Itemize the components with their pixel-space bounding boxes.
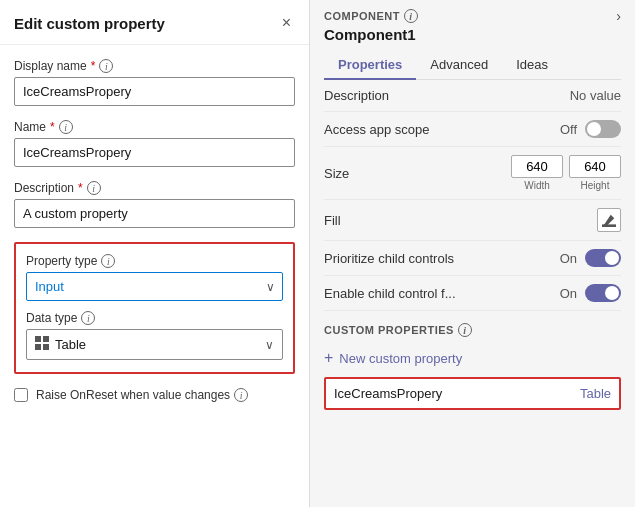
tab-ideas[interactable]: Ideas xyxy=(502,51,562,80)
prop-row-size: Size 640 Width 640 Height xyxy=(324,147,621,200)
name-info-icon[interactable]: i xyxy=(59,120,73,134)
prop-row-description: Description No value xyxy=(324,80,621,112)
property-type-group: Property type i Input ∨ xyxy=(26,254,283,301)
size-height-input[interactable]: 640 xyxy=(569,155,621,178)
fill-value-button[interactable] xyxy=(597,208,621,232)
svg-rect-3 xyxy=(43,344,49,350)
custom-prop-name: IceCreamsPropery xyxy=(334,386,442,401)
property-type-section: Property type i Input ∨ Data type i xyxy=(14,242,295,374)
prop-row-enable-child: Enable child control f... On xyxy=(324,276,621,311)
description-label: Description * i xyxy=(14,181,295,195)
display-name-input[interactable] xyxy=(14,77,295,106)
display-name-info-icon[interactable]: i xyxy=(99,59,113,73)
size-height-group: 640 Height xyxy=(569,155,621,191)
custom-prop-item-icecreams[interactable]: IceCreamsPropery Table xyxy=(324,377,621,410)
svg-rect-1 xyxy=(43,336,49,342)
svg-rect-4 xyxy=(602,224,616,227)
description-info-icon[interactable]: i xyxy=(87,181,101,195)
prop-row-fill: Fill xyxy=(324,200,621,241)
component-label: COMPONENT i xyxy=(324,9,418,23)
data-type-label: Data type i xyxy=(26,311,283,325)
prioritize-toggle-knob xyxy=(605,251,619,265)
access-scope-toggle[interactable] xyxy=(585,120,621,138)
prioritize-toggle[interactable] xyxy=(585,249,621,267)
property-type-label: Property type i xyxy=(26,254,283,268)
prop-prioritize-right: On xyxy=(560,249,621,267)
left-header: Edit custom property × xyxy=(0,0,309,45)
custom-prop-type: Table xyxy=(580,386,611,401)
description-input[interactable] xyxy=(14,199,295,228)
property-type-info-icon[interactable]: i xyxy=(101,254,115,268)
prop-size-label: Size xyxy=(324,166,404,181)
property-type-select[interactable]: Input xyxy=(26,272,283,301)
enable-child-toggle[interactable] xyxy=(585,284,621,302)
data-type-select[interactable]: Table ∨ xyxy=(26,329,283,360)
description-group: Description * i xyxy=(14,181,295,228)
tab-properties[interactable]: Properties xyxy=(324,51,416,80)
size-width-group: 640 Width xyxy=(511,155,563,191)
raise-on-reset-row: Raise OnReset when value changes i xyxy=(14,388,295,402)
prop-description-value: No value xyxy=(570,88,621,103)
component-chevron-icon[interactable]: › xyxy=(616,8,621,24)
right-header: COMPONENT i › Component1 Properties Adva… xyxy=(310,0,635,80)
display-name-group: Display name * i xyxy=(14,59,295,106)
access-scope-toggle-knob xyxy=(587,122,601,136)
custom-properties-info-icon[interactable]: i xyxy=(458,323,472,337)
prop-enable-child-label: Enable child control f... xyxy=(324,286,456,301)
tabs-row: Properties Advanced Ideas xyxy=(324,51,621,80)
svg-rect-0 xyxy=(35,336,41,342)
size-width-input[interactable]: 640 xyxy=(511,155,563,178)
prop-enable-child-value: On xyxy=(560,286,577,301)
right-panel: COMPONENT i › Component1 Properties Adva… xyxy=(310,0,635,507)
name-input[interactable] xyxy=(14,138,295,167)
prop-access-label: Access app scope xyxy=(324,122,430,137)
tab-advanced[interactable]: Advanced xyxy=(416,51,502,80)
prop-description-label: Description xyxy=(324,88,404,103)
raise-on-reset-info-icon[interactable]: i xyxy=(234,388,248,402)
prop-access-value: Off xyxy=(560,122,577,137)
prop-enable-child-right: On xyxy=(560,284,621,302)
display-name-label: Display name * i xyxy=(14,59,295,73)
prop-prioritize-value: On xyxy=(560,251,577,266)
component-label-row: COMPONENT i › xyxy=(324,8,621,24)
component-info-icon[interactable]: i xyxy=(404,9,418,23)
data-type-select-wrapper: Table ∨ xyxy=(26,329,283,360)
size-height-label: Height xyxy=(581,180,610,191)
close-button[interactable]: × xyxy=(278,12,295,34)
raise-on-reset-checkbox[interactable] xyxy=(14,388,28,402)
size-inputs: 640 Width 640 Height xyxy=(511,155,621,191)
prop-row-access-app-scope: Access app scope Off xyxy=(324,112,621,147)
table-icon xyxy=(35,336,49,353)
left-body: Display name * i Name * i Description * … xyxy=(0,45,309,507)
prop-prioritize-label: Prioritize child controls xyxy=(324,251,454,266)
prop-fill-label: Fill xyxy=(324,213,404,228)
data-type-chevron-icon: ∨ xyxy=(265,338,274,352)
name-label: Name * i xyxy=(14,120,295,134)
property-type-select-wrapper: Input ∨ xyxy=(26,272,283,301)
component-name: Component1 xyxy=(324,26,621,43)
right-body: Description No value Access app scope Of… xyxy=(310,80,635,507)
size-width-label: Width xyxy=(524,180,550,191)
raise-on-reset-label: Raise OnReset when value changes i xyxy=(36,388,248,402)
left-panel-title: Edit custom property xyxy=(14,15,165,32)
data-type-info-icon[interactable]: i xyxy=(81,311,95,325)
enable-child-toggle-knob xyxy=(605,286,619,300)
new-custom-property-row[interactable]: + New custom property xyxy=(324,343,621,373)
data-type-group: Data type i Table xyxy=(26,311,283,360)
name-group: Name * i xyxy=(14,120,295,167)
custom-properties-header: CUSTOM PROPERTIES i xyxy=(324,311,621,343)
svg-rect-2 xyxy=(35,344,41,350)
plus-icon: + xyxy=(324,349,333,367)
left-panel: Edit custom property × Display name * i … xyxy=(0,0,310,507)
prop-row-prioritize: Prioritize child controls On xyxy=(324,241,621,276)
prop-access-right: Off xyxy=(560,120,621,138)
